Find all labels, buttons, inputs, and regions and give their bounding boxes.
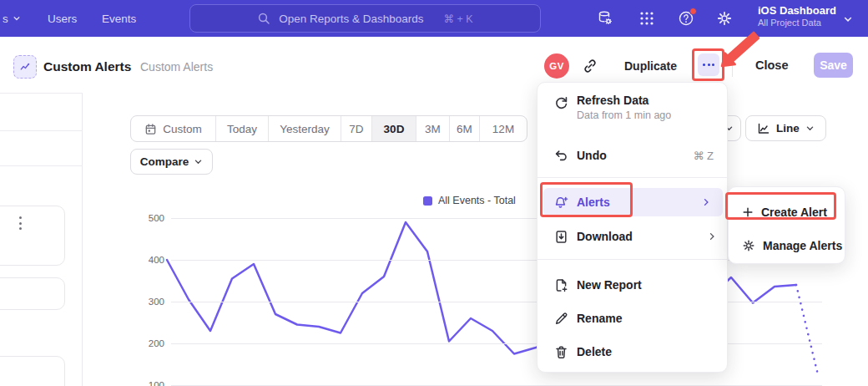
compare-label: Compare [140, 155, 189, 168]
refresh-icon [554, 96, 568, 110]
avatar[interactable]: GV [544, 53, 569, 79]
alerts-icon [554, 196, 568, 210]
range-button-12m[interactable]: 12M [479, 116, 527, 141]
chevron-right-icon [707, 231, 717, 241]
chevron-down-icon [194, 157, 203, 166]
nav-users-label: Users [48, 13, 77, 25]
link-icon[interactable] [582, 58, 598, 74]
notification-badge [689, 8, 697, 15]
settings-icon[interactable] [716, 10, 733, 27]
menu-item-alerts[interactable]: Alerts [543, 188, 723, 216]
apps-grid-icon[interactable] [638, 10, 655, 27]
save-button[interactable]: Save [814, 53, 853, 78]
range-button-yesterday[interactable]: Yesterday [268, 116, 341, 141]
range-label: 6M [457, 123, 472, 135]
search-shortcut: ⌘ + K [444, 13, 473, 25]
report-icon [13, 55, 37, 79]
menu-rename-label: Rename [577, 312, 622, 325]
report-actions-menu: Refresh Data Data from 1 min ago Undo ⌘ … [537, 82, 728, 373]
create-alert-label: Create Alert [761, 206, 827, 219]
range-button-3m[interactable]: 3M [416, 116, 449, 141]
chevron-down-icon [843, 14, 853, 24]
range-label: 30D [384, 123, 405, 135]
menu-item-download[interactable]: Download [537, 220, 729, 253]
page-title: Custom Alerts [43, 59, 131, 74]
alerts-submenu: Create Alert Manage Alerts [728, 186, 845, 264]
nav-item-events[interactable]: Events [102, 0, 136, 37]
delete-icon [554, 345, 568, 359]
range-label: 12M [492, 123, 514, 135]
compare-button[interactable]: Compare [130, 149, 213, 175]
y-axis-tick-label: 500 [136, 213, 164, 223]
nav-item-partial[interactable]: s [3, 0, 21, 37]
left-panel [0, 93, 83, 386]
legend-swatch [423, 196, 432, 206]
plus-icon [742, 206, 754, 218]
y-axis-tick-label: 300 [136, 297, 164, 307]
close-button[interactable]: Close [755, 58, 789, 72]
duplicate-button[interactable]: Duplicate [624, 59, 677, 73]
search-icon [257, 12, 270, 25]
legend-item[interactable]: All Events - Total [423, 195, 516, 206]
line-chart-icon [757, 122, 770, 135]
calendar-icon [144, 123, 157, 135]
menu-item-delete[interactable]: Delete [537, 335, 729, 368]
nav-item-users[interactable]: Users [48, 0, 77, 37]
panel-card [0, 277, 65, 310]
top-nav: s Users Events Open Reports & Dashboards… [0, 0, 868, 37]
chevron-down-icon [13, 14, 21, 23]
nav-events-label: Events [102, 13, 136, 25]
y-axis-tick-label: 100 [136, 380, 164, 386]
menu-refresh-status: Data from 1 min ago [577, 109, 671, 121]
more-button[interactable] [698, 53, 719, 76]
download-icon [554, 230, 568, 244]
gear-icon [742, 239, 755, 252]
range-label: Yesterday [280, 123, 330, 135]
new-report-icon [554, 278, 568, 292]
menu-undo-shortcut: ⌘ Z [693, 150, 714, 162]
chart-type-button[interactable]: Line [745, 115, 826, 141]
menu-undo-label: Undo [577, 149, 607, 162]
data-gear-icon[interactable] [597, 10, 613, 27]
help-icon[interactable] [678, 10, 694, 27]
range-button-7d[interactable]: 7D [341, 116, 371, 141]
panel-card [0, 206, 65, 266]
range-label: 7D [349, 123, 363, 135]
range-button-custom[interactable]: Custom [131, 116, 215, 141]
menu-item-undo[interactable]: Undo ⌘ Z [537, 139, 729, 172]
menu-item-refresh-data[interactable]: Refresh Data Data from 1 min ago [537, 94, 729, 132]
range-label: Today [227, 123, 257, 135]
range-button-6m[interactable]: 6M [449, 116, 479, 141]
range-button-30d[interactable]: 30D [371, 116, 416, 141]
search-placeholder: Open Reports & Dashboards [279, 13, 423, 25]
menu-item-rename[interactable]: Rename [537, 302, 729, 335]
submenu-item-create-alert[interactable]: Create Alert [729, 196, 846, 229]
menu-refresh-label: Refresh Data [577, 94, 671, 107]
header-divider [732, 56, 733, 77]
app-root: s Users Events Open Reports & Dashboards… [0, 0, 868, 386]
rename-icon [554, 312, 568, 326]
legend-label: All Events - Total [438, 195, 516, 206]
date-range-segmented-control: CustomTodayYesterday7D30D3M6M12M [130, 115, 527, 142]
chart-type-label: Line [776, 122, 800, 135]
manage-alerts-label: Manage Alerts [763, 239, 842, 252]
chevron-right-icon [701, 197, 711, 207]
range-label: 3M [425, 123, 441, 135]
menu-alerts-label: Alerts [577, 196, 610, 209]
submenu-item-manage-alerts[interactable]: Manage Alerts [729, 229, 846, 262]
undo-icon [554, 149, 568, 163]
y-axis-tick-label: 400 [136, 255, 164, 265]
report-header: Custom Alerts Custom Alerts GV Duplicate… [0, 37, 868, 93]
breadcrumb: Custom Alerts [140, 60, 213, 74]
menu-delete-label: Delete [577, 345, 612, 358]
menu-item-new-report[interactable]: New Report [537, 268, 729, 302]
panel-card [0, 356, 65, 386]
menu-new-report-label: New Report [577, 278, 642, 292]
y-axis-tick-label: 200 [136, 338, 164, 348]
range-button-today[interactable]: Today [215, 116, 268, 141]
range-label: Custom [163, 123, 202, 135]
search-input[interactable]: Open Reports & Dashboards ⌘ + K [189, 4, 541, 33]
nav-partial-label: s [3, 13, 8, 25]
chevron-down-icon [805, 124, 815, 133]
kebab-icon[interactable] [19, 216, 22, 230]
